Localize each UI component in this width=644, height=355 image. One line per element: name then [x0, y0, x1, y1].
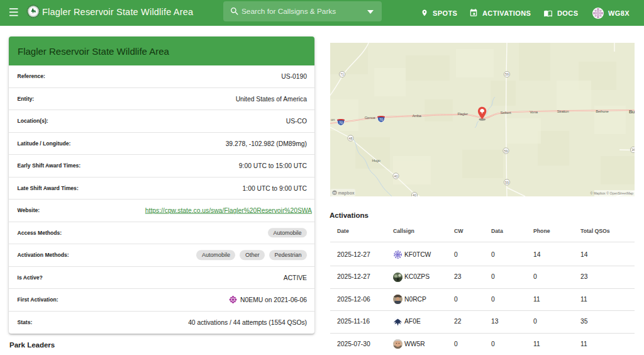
svg-text:Seibert: Seibert — [501, 111, 512, 115]
svg-text:48: 48 — [349, 137, 353, 140]
svg-text:Bethune: Bethune — [596, 110, 609, 113]
svg-text:Stratton: Stratton — [557, 110, 569, 113]
svg-text:mapbox: mapbox — [338, 191, 355, 196]
svg-text:70: 70 — [339, 121, 343, 125]
svg-text:© Mapbox © OpenStreetMap: © Mapbox © OpenStreetMap — [591, 191, 634, 195]
svg-text:Hugo: Hugo — [372, 159, 380, 162]
svg-text:Genoa: Genoa — [365, 116, 375, 120]
svg-text:Arriba: Arriba — [412, 114, 421, 118]
svg-text:59: 59 — [505, 181, 509, 184]
svg-text:59: 59 — [504, 149, 508, 153]
svg-text:on: on — [331, 118, 335, 121]
svg-text:Flagler: Flagler — [457, 112, 468, 116]
svg-text:40: 40 — [413, 193, 416, 196]
svg-text:Vona: Vona — [530, 110, 538, 114]
svg-text:m: m — [333, 191, 336, 194]
svg-text:71: 71 — [340, 72, 344, 76]
svg-text:40: 40 — [394, 174, 398, 178]
svg-text:70: 70 — [379, 118, 383, 121]
svg-text:36: 36 — [631, 148, 635, 152]
svg-text:59: 59 — [505, 72, 509, 76]
svg-text:Bur: Bur — [629, 109, 635, 115]
